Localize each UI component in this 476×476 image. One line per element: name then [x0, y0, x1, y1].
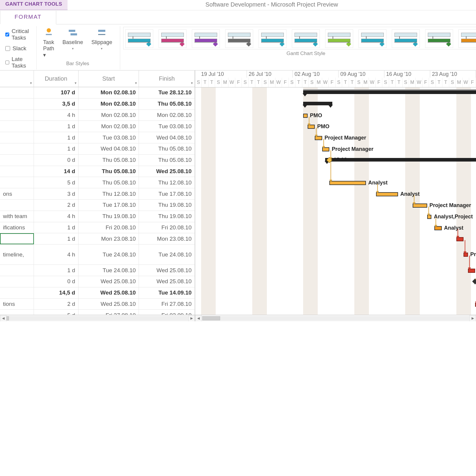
day-label: T: [255, 78, 262, 87]
col-duration-header[interactable]: Duration▾: [34, 71, 79, 87]
chevron-down-icon: ▾: [75, 81, 76, 85]
gantt-body[interactable]: PMOPMOProject ManagerProject Manager05.0…: [195, 87, 476, 315]
slippage-button[interactable]: Slippage ▾: [88, 27, 116, 59]
table-row[interactable]: 1 dWed 04.08.10Thu 05.08.10: [0, 143, 195, 155]
gantt-hscroll[interactable]: ◂ ▸: [195, 315, 476, 321]
week-label: 16 Aug '10: [384, 71, 430, 78]
gantt-style-swatch[interactable]: [292, 29, 320, 48]
table-row[interactable]: 1 dTue 24.08.10Wed 25.08.10: [0, 265, 195, 276]
summary-bar[interactable]: [303, 90, 476, 94]
table-row[interactable]: ons3 dThu 12.08.10Tue 17.08.10: [0, 188, 195, 200]
cell-duration: 4 h: [34, 211, 79, 222]
cell-start: Tue 24.08.10: [79, 265, 139, 276]
gantt-style-swatch[interactable]: [325, 29, 353, 48]
table-row[interactable]: 5 dFri 27.08.10Fri 03.09.10: [0, 310, 195, 315]
table-row[interactable]: 4 hMon 02.08.10Mon 02.08.10: [0, 110, 195, 121]
table-row[interactable]: 1 dTue 03.08.10Wed 04.08.10: [0, 132, 195, 143]
check-late-tasks[interactable]: Late Tasks: [5, 56, 30, 69]
table-row[interactable]: ifications1 dFri 20.08.10Fri 20.08.10: [0, 222, 195, 234]
gantt-style-swatch[interactable]: [425, 29, 453, 48]
gantt-style-swatch[interactable]: [225, 29, 253, 48]
svg-rect-1: [46, 34, 52, 35]
col-start-header[interactable]: Start▾: [79, 71, 139, 87]
check-late-input[interactable]: [5, 60, 9, 65]
col-finish-header[interactable]: Finish▾: [139, 71, 195, 87]
check-slack-input[interactable]: [5, 46, 10, 51]
day-label: F: [282, 78, 289, 87]
col-name-header[interactable]: ▾: [0, 71, 34, 87]
task-path-button[interactable]: TaskPath ▾: [40, 27, 58, 59]
cell-start: Mon 02.08.10: [79, 121, 139, 132]
table-header: ▾ Duration▾ Start▾ Finish▾: [0, 71, 195, 87]
task-bar[interactable]: [376, 192, 398, 196]
table-row[interactable]: tions2 dWed 25.08.10Fri 27.08.10: [0, 299, 195, 310]
col-start-label: Start: [102, 75, 115, 82]
gantt-style-gallery[interactable]: [123, 27, 476, 49]
check-critical-input[interactable]: [5, 32, 9, 37]
cell-start: Mon 23.08.10: [79, 233, 139, 244]
task-bar[interactable]: [303, 114, 308, 118]
table-row[interactable]: 5 dThu 05.08.10Thu 12.08.10: [0, 177, 195, 188]
gantt-style-swatch[interactable]: [392, 29, 420, 48]
check-critical-label: Critical Tasks: [12, 28, 30, 41]
cell-duration: 1 d: [34, 233, 79, 244]
tab-format[interactable]: FORMAT: [0, 11, 56, 24]
chevron-down-icon: ▾: [135, 81, 137, 85]
table-row[interactable]: 0 dThu 05.08.10Thu 05.08.10: [0, 155, 195, 166]
table-row[interactable]: 107 dMon 02.08.10Tue 28.12.10: [0, 87, 195, 98]
bar-label: Analyst: [368, 180, 388, 186]
table-row[interactable]: 1 dMon 23.08.10Mon 23.08.10: [0, 233, 195, 245]
day-label: S: [449, 78, 456, 87]
gantt-style-swatch[interactable]: [125, 29, 153, 48]
col-duration-label: Duration: [45, 75, 67, 82]
svg-rect-2: [69, 30, 75, 32]
gantt-style-swatch[interactable]: [259, 29, 286, 48]
gantt-tools-tab[interactable]: GANTT CHART TOOLS: [0, 0, 68, 10]
table-row[interactable]: with team4 hThu 19.08.10Thu 19.08.10: [0, 211, 195, 222]
scroll-right-icon[interactable]: ▸: [188, 315, 195, 322]
cell-name: [0, 143, 34, 154]
cell-start: Wed 25.08.10: [79, 276, 139, 287]
table-row[interactable]: 3,5 dMon 02.08.10Thu 05.08.10: [0, 98, 195, 110]
table-row[interactable]: 1 dMon 02.08.10Tue 03.08.10: [0, 121, 195, 132]
cell-duration: 107 d: [34, 87, 79, 98]
cell-duration: 1 d: [34, 132, 79, 143]
cell-name: [0, 132, 34, 143]
bar-label: Project Manager: [430, 202, 471, 209]
cell-start: Thu 05.08.10: [79, 155, 139, 166]
cell-finish: Thu 12.08.10: [139, 177, 195, 188]
gantt-style-swatch[interactable]: [358, 29, 386, 48]
scroll-right-icon[interactable]: ▸: [469, 315, 476, 322]
table-row[interactable]: 14,5 dWed 25.08.10Tue 14.09.10: [0, 287, 195, 299]
bar-label: Analyst,Project: [434, 214, 473, 220]
day-label: M: [456, 78, 462, 87]
day-label: M: [362, 78, 369, 87]
task-bar[interactable]: [329, 181, 366, 185]
chevron-down-icon: ▾: [30, 81, 32, 85]
summary-bar[interactable]: [303, 102, 332, 105]
summary-bar[interactable]: [325, 158, 476, 162]
day-label: F: [376, 78, 382, 87]
cell-start: Wed 25.08.10: [79, 299, 139, 310]
scroll-left-icon[interactable]: ◂: [0, 315, 7, 322]
table-hscroll[interactable]: ◂ ▸: [0, 315, 195, 321]
gantt-style-swatch[interactable]: [192, 29, 220, 48]
bar-label: PMO: [310, 112, 322, 119]
scroll-left-icon[interactable]: ◂: [195, 315, 202, 322]
check-slack[interactable]: Slack: [5, 45, 30, 52]
gantt-style-swatch[interactable]: [159, 29, 187, 48]
cell-name: timeline,: [0, 245, 34, 264]
check-critical-tasks[interactable]: Critical Tasks: [5, 28, 30, 41]
table-row[interactable]: 2 dTue 17.08.10Thu 19.08.10: [0, 200, 195, 211]
table-row[interactable]: timeline,4 hTue 24.08.10Tue 24.08.10: [0, 245, 195, 265]
table-row[interactable]: 0 dWed 25.08.10Wed 25.08.10: [0, 276, 195, 287]
gantt-style-swatch[interactable]: [458, 29, 476, 48]
cell-name: [0, 310, 34, 315]
cell-name: ons: [0, 188, 34, 199]
cell-start: Tue 17.08.10: [79, 200, 139, 211]
cell-start: Thu 12.08.10: [79, 188, 139, 199]
svg-rect-3: [71, 33, 77, 35]
day-label: F: [469, 78, 476, 87]
table-row[interactable]: 14 dThu 05.08.10Wed 25.08.10: [0, 166, 195, 177]
baseline-button[interactable]: Baseline ▾: [59, 27, 87, 59]
